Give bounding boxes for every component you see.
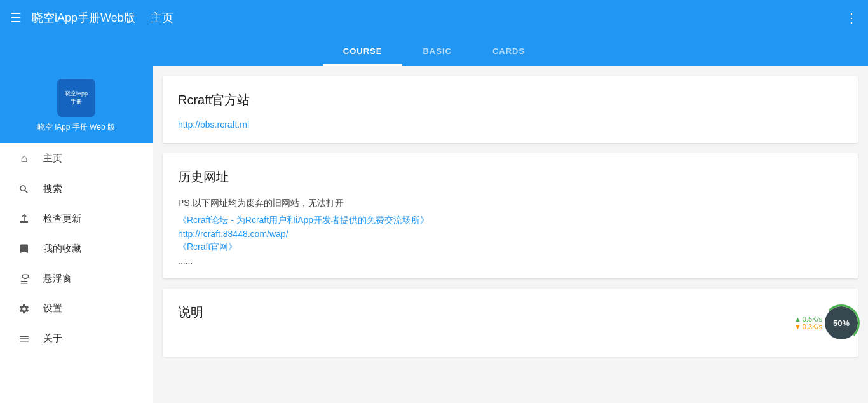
settings-icon	[15, 303, 33, 315]
float-icon	[15, 273, 33, 285]
history-link-2[interactable]: http://rcraft.88448.com/wap/	[178, 229, 843, 239]
card-note: PS.以下网址均为废弃的旧网站，无法打开	[178, 196, 843, 210]
home-icon: ⌂	[15, 152, 33, 165]
update-icon	[15, 214, 33, 225]
page-title: 主页	[151, 10, 173, 25]
app-bar: ☰ 晓空iApp手册Web版 主页 ⋮	[0, 0, 868, 36]
logo-box: 晓空iApp手册	[57, 79, 95, 117]
menu-icon[interactable]: ☰	[10, 11, 22, 24]
history-link-3[interactable]: 《Rcraft官网》	[178, 242, 843, 253]
sidebar-item-settings[interactable]: 设置	[0, 294, 153, 324]
sidebar-item-label-float: 悬浮窗	[43, 273, 72, 285]
tab-cards[interactable]: CARDS	[472, 36, 545, 66]
tab-course[interactable]: COURSE	[323, 36, 403, 66]
sidebar-item-label-settings: 设置	[43, 303, 62, 315]
tab-basic[interactable]: BASIC	[402, 36, 471, 66]
sidebar-item-search[interactable]: 搜索	[0, 174, 153, 204]
sidebar-item-label-about: 关于	[43, 332, 62, 345]
content-area: Rcraft官方站 http://bbs.rcraft.ml 历史网址 PS.以…	[153, 66, 868, 403]
speed-info: ▲ 0.5K/s ▼ 0.3K/s	[794, 315, 822, 331]
speed-upload: ▲ 0.5K/s	[794, 315, 822, 323]
sidebar-item-label-search: 搜索	[43, 183, 62, 195]
sidebar-nav: ⌂ 主页 搜索 检查更新 我的收藏	[0, 143, 153, 403]
tab-bar: COURSE BASIC CARDS	[0, 36, 868, 66]
card-official-site: Rcraft官方站 http://bbs.rcraft.ml	[163, 76, 858, 143]
sidebar-item-label-update: 检查更新	[43, 213, 81, 225]
sidebar: 晓空iApp手册 晓空 iApp 手册 Web 版 ⌂ 主页 搜索 检查更新	[0, 66, 153, 403]
history-dots: ......	[178, 256, 843, 266]
card-title-official: Rcraft官方站	[178, 92, 843, 109]
sidebar-item-about[interactable]: 关于	[0, 324, 153, 353]
sidebar-item-float[interactable]: 悬浮窗	[0, 264, 153, 294]
main-layout: 晓空iApp手册 晓空 iApp 手册 Web 版 ⌂ 主页 搜索 检查更新	[0, 66, 868, 403]
about-icon	[15, 333, 33, 345]
logo-text: 晓空 iApp 手册 Web 版	[37, 122, 115, 133]
sidebar-item-home[interactable]: ⌂ 主页	[0, 143, 153, 174]
card-title-history: 历史网址	[178, 168, 843, 186]
search-icon	[15, 184, 33, 195]
speed-widget: ▲ 0.5K/s ▼ 0.3K/s 50%	[794, 306, 858, 339]
card-description: 说明	[163, 289, 858, 357]
speed-download: ▼ 0.3K/s	[794, 323, 822, 331]
sidebar-logo: 晓空iApp手册 晓空 iApp 手册 Web 版	[0, 66, 153, 143]
card-history-urls: 历史网址 PS.以下网址均为废弃的旧网站，无法打开 《Rcraft论坛 - 为R…	[163, 153, 858, 278]
history-link-1[interactable]: 《Rcraft论坛 - 为Rcraft用户和iApp开发者提供的免费交流场所》	[178, 215, 843, 226]
favorites-icon	[15, 243, 33, 255]
speed-circle[interactable]: 50%	[825, 306, 858, 339]
card-title-description: 说明	[178, 304, 843, 321]
app-title: 晓空iApp手册Web版	[32, 10, 135, 25]
sidebar-item-favorites[interactable]: 我的收藏	[0, 234, 153, 264]
official-link[interactable]: http://bbs.rcraft.ml	[178, 120, 249, 130]
sidebar-item-label-home: 主页	[43, 153, 62, 165]
sidebar-item-update[interactable]: 检查更新	[0, 204, 153, 234]
more-icon[interactable]: ⋮	[845, 10, 858, 25]
sidebar-item-label-favorites: 我的收藏	[43, 243, 81, 255]
